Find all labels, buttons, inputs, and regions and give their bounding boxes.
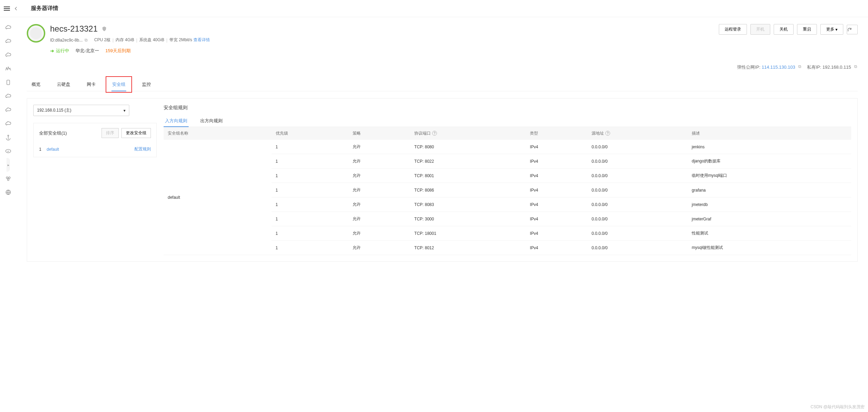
cell-protocol: TCP: 18001 — [410, 226, 526, 241]
cell-source: 0.0.0.0/0 — [587, 140, 688, 154]
cell-desc: jenkins — [688, 140, 851, 154]
nic-select-dropdown[interactable]: 192.168.0.115 (主) ▾ — [33, 105, 129, 116]
sg-item-index: 1 — [39, 147, 41, 152]
cell-desc: 性能测试 — [688, 226, 851, 241]
chevron-down-icon: ▾ — [123, 108, 126, 113]
anchor-icon[interactable] — [4, 133, 12, 141]
help-icon[interactable]: ? — [605, 131, 610, 136]
cell-desc: django的数据库 — [688, 154, 851, 169]
pip-label: 私有IP: — [807, 65, 821, 70]
cell-policy: 允许 — [348, 241, 410, 255]
wave-icon[interactable] — [4, 65, 12, 73]
cell-policy: 允许 — [348, 169, 410, 183]
sg-config-link[interactable]: 配置规则 — [134, 146, 151, 152]
cloud-icon-6[interactable] — [4, 119, 12, 128]
pip-value: 192.168.0.115 — [822, 65, 851, 70]
remote-login-button[interactable]: 远程登录 — [719, 24, 747, 35]
cell-priority: 1 — [272, 241, 349, 255]
cluster-icon[interactable] — [4, 174, 12, 183]
device-icon[interactable] — [4, 78, 12, 87]
server-avatar — [27, 24, 45, 43]
cloud-icon-1[interactable] — [4, 23, 12, 32]
cloud-icon-3[interactable] — [4, 51, 12, 59]
cell-protocol: TCP: 8086 — [410, 183, 526, 197]
spec-cpu: CPU 2核 — [94, 37, 110, 43]
region-text: 华北-北京一 — [75, 48, 99, 54]
cell-priority: 1 — [272, 140, 349, 154]
status-dot-icon: ➜ — [50, 48, 54, 54]
cell-source: 0.0.0.0/0 — [587, 226, 688, 241]
page-title: 服务器详情 — [27, 5, 58, 12]
cell-priority: 1 — [272, 169, 349, 183]
svg-rect-9 — [85, 39, 87, 41]
subtab-outbound[interactable]: 出方向规则 — [199, 115, 224, 127]
main-tabs: 概览 云硬盘 网卡 安全组 监控 — [27, 78, 858, 91]
spec-mem: 内存 4GiB — [116, 37, 134, 43]
cell-sg-name: default — [164, 140, 272, 255]
cell-policy: 允许 — [348, 197, 410, 212]
tab-overview[interactable]: 概览 — [27, 78, 45, 91]
cell-type: IPv4 — [526, 197, 587, 212]
col-protocol-port: 协议端口? — [410, 127, 526, 140]
cell-type: IPv4 — [526, 212, 587, 226]
tab-disk[interactable]: 云硬盘 — [52, 78, 75, 91]
svg-point-4 — [6, 177, 8, 179]
cloud-icon-2[interactable] — [4, 37, 12, 45]
copy-id-icon[interactable] — [84, 38, 88, 42]
svg-rect-8 — [85, 39, 87, 42]
sidebar-expand-handle[interactable]: ▸ — [7, 158, 10, 172]
cell-priority: 1 — [272, 183, 349, 197]
power-on-button: 开机 — [750, 24, 770, 35]
globe-icon[interactable] — [4, 188, 12, 196]
help-icon[interactable]: ? — [432, 131, 437, 136]
chevron-left-icon — [14, 6, 19, 11]
cell-source: 0.0.0.0/0 — [587, 183, 688, 197]
svg-rect-10 — [799, 66, 801, 68]
chevron-down-icon: ▾ — [835, 27, 837, 32]
cell-desc: jmeterGraf — [688, 212, 851, 226]
hamburger-menu-button[interactable] — [0, 5, 14, 12]
ip-badge-icon[interactable]: IP — [4, 147, 12, 155]
cell-protocol: TCP: 8022 — [410, 154, 526, 169]
cell-source: 0.0.0.0/0 — [587, 197, 688, 212]
tab-nic[interactable]: 网卡 — [82, 78, 100, 91]
copy-eip-icon[interactable] — [798, 65, 802, 69]
col-policy: 策略 — [348, 127, 410, 140]
cell-type: IPv4 — [526, 226, 587, 241]
cell-type: IPv4 — [526, 241, 587, 255]
sg-name-link[interactable]: default — [47, 147, 59, 152]
sort-button: 排序 — [102, 128, 119, 138]
copy-pip-icon[interactable] — [854, 65, 858, 69]
cloud-icon-4[interactable] — [4, 92, 12, 100]
cell-desc: jmeterdb — [688, 197, 851, 212]
cell-priority: 1 — [272, 226, 349, 241]
eip-label: 弹性公网IP: — [737, 65, 760, 70]
tab-security-group[interactable]: 安全组 — [107, 78, 130, 91]
refresh-icon — [847, 27, 852, 32]
cell-protocol: TCP: 3000 — [410, 212, 526, 226]
table-row: default1允许TCP: 8080IPv40.0.0.0/0jenkins — [164, 140, 851, 154]
more-label: 更多 — [826, 26, 834, 32]
col-description: 描述 — [688, 127, 851, 140]
expire-text: 159天后到期 — [105, 48, 131, 54]
cell-desc: mysql做性能测试 — [688, 241, 851, 255]
cloud-icon-5[interactable] — [4, 106, 12, 114]
change-sg-button[interactable]: 更改安全组 — [121, 128, 151, 138]
server-id-value: d8a2ec9c-8b... — [55, 38, 82, 43]
tab-monitoring[interactable]: 监控 — [137, 78, 156, 91]
spec-bw: 带宽 2Mbit/s — [169, 37, 192, 43]
col-priority: 优先级 — [272, 127, 349, 140]
eip-value-link[interactable]: 114.115.130.103 — [762, 65, 795, 70]
cell-priority: 1 — [272, 212, 349, 226]
more-actions-button[interactable]: 更多 ▾ — [820, 24, 843, 35]
cell-source: 0.0.0.0/0 — [587, 212, 688, 226]
restart-button[interactable]: 重启 — [797, 24, 817, 35]
view-detail-link[interactable]: 查看详情 — [193, 37, 210, 43]
power-off-button[interactable]: 关机 — [774, 24, 794, 35]
subtab-inbound[interactable]: 入方向规则 — [164, 115, 189, 127]
shield-icon — [101, 26, 107, 32]
refresh-button[interactable] — [847, 25, 858, 34]
nic-select-value: 192.168.0.115 (主) — [37, 107, 71, 113]
col-source: 源地址? — [587, 127, 688, 140]
back-button[interactable] — [14, 6, 27, 11]
